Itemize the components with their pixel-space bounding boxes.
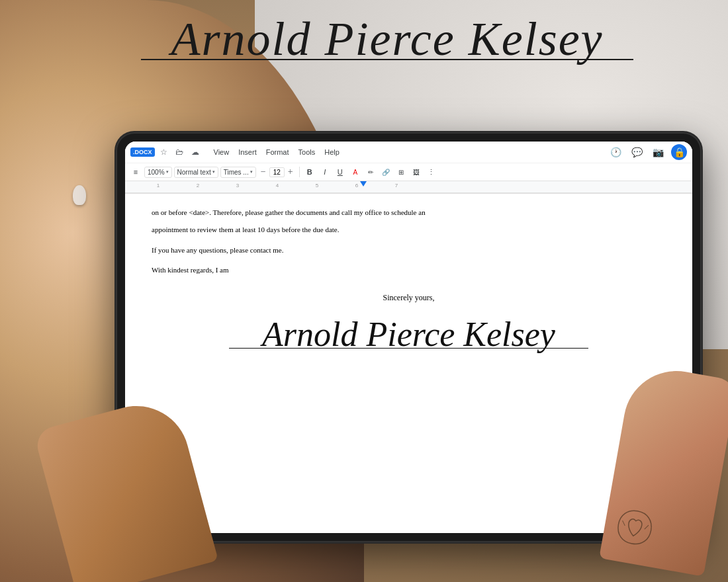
comment-icon[interactable]: 💬 [629, 144, 645, 160]
font-arrow: ▾ [250, 169, 253, 175]
star-icon[interactable]: ☆ [158, 146, 170, 159]
video-icon[interactable]: 📷 [650, 144, 666, 160]
signature-top-text: Arnold Pierce Kelsey [79, 13, 695, 65]
menu-format[interactable]: Format [262, 147, 293, 157]
image-btn[interactable]: 🖼 [410, 165, 423, 179]
doc-line-1: on or before <date>. Therefore, please g… [152, 207, 666, 219]
menu-insert[interactable]: Insert [234, 147, 261, 157]
ruler-mark-3: 3 [218, 183, 257, 188]
ruler: 1 2 3 4 5 6 7 [125, 181, 692, 193]
formatting-bar: ≡ 100% ▾ Normal text ▾ Times ... ▾ − [125, 163, 692, 181]
menu-help[interactable]: Help [320, 147, 343, 157]
ruler-mark-2: 2 [178, 183, 218, 188]
font-size-decrease[interactable]: − [258, 167, 269, 177]
tattoo-svg [608, 501, 661, 554]
menu-view[interactable]: View [210, 147, 234, 157]
font-size-box: − 12 + [258, 167, 296, 177]
highlight-btn[interactable]: ✏ [364, 165, 377, 179]
divider-1 [299, 167, 300, 177]
style-control[interactable]: Normal text ▾ [174, 167, 218, 178]
ruler-numbers: 1 2 3 4 5 6 7 [138, 183, 416, 188]
italic-btn[interactable]: I [318, 165, 332, 179]
font-value: Times ... [224, 169, 249, 176]
ruler-mark-4: 4 [257, 183, 297, 188]
document-content[interactable]: on or before <date>. Therefore, please g… [125, 194, 692, 519]
style-value: Normal text [177, 169, 211, 176]
lock-icon[interactable]: 🔒 [671, 144, 687, 160]
font-color-btn[interactable]: A [349, 165, 362, 179]
doc-closing: Sincerely yours, [152, 292, 666, 304]
font-size-value[interactable]: 12 [269, 167, 285, 177]
ruler-mark-1: 1 [138, 183, 178, 188]
ruler-indicator [360, 181, 367, 187]
table-btn[interactable]: ⊞ [394, 165, 408, 179]
ruler-mark-5: 5 [297, 183, 337, 188]
print-layout-btn[interactable]: ≡ [129, 165, 142, 179]
docx-badge: .DOCX [130, 147, 155, 157]
signature-overlay-top: Arnold Pierce Kelsey [79, 13, 695, 60]
cloud-icon[interactable]: ☁ [189, 146, 202, 159]
docs-menubar: .DOCX ☆ 🗁 ☁ View Insert Format Tools Hel… [125, 142, 692, 163]
underline-btn[interactable]: U [334, 165, 347, 179]
font-control[interactable]: Times ... ▾ [220, 167, 256, 178]
menu-items: View Insert Format Tools Help [210, 147, 343, 157]
link-btn[interactable]: 🔗 [379, 165, 392, 179]
doc-paragraph-2: With kindest regards, I am [152, 265, 666, 276]
zoom-arrow: ▾ [166, 169, 169, 175]
bold-btn[interactable]: B [303, 165, 316, 179]
doc-line-2: appointment to review them at least 10 d… [152, 224, 666, 236]
docs-toolbar: .DOCX ☆ 🗁 ☁ View Insert Format Tools Hel… [125, 142, 692, 194]
menu-tools[interactable]: Tools [295, 147, 320, 157]
folder-icon[interactable]: 🗁 [173, 146, 186, 159]
earbud [73, 185, 86, 205]
zoom-control[interactable]: 100% ▾ [144, 167, 172, 178]
style-arrow: ▾ [212, 169, 215, 175]
doc-paragraph-1: If you have any questions, please contac… [152, 245, 666, 257]
ruler-mark-6: 6 [337, 183, 377, 188]
doc-signature-block: Arnold Pierce Kelsey [152, 315, 666, 349]
history-icon[interactable]: 🕐 [608, 144, 623, 160]
tablet-screen: .DOCX ☆ 🗁 ☁ View Insert Format Tools Hel… [125, 142, 692, 533]
font-size-increase[interactable]: + [285, 167, 296, 177]
toolbar-right-icons: 🕐 💬 📷 🔒 [608, 144, 687, 160]
ruler-mark-7: 7 [377, 183, 416, 188]
more-btn[interactable]: ⋮ [425, 165, 438, 179]
zoom-value: 100% [148, 169, 165, 176]
